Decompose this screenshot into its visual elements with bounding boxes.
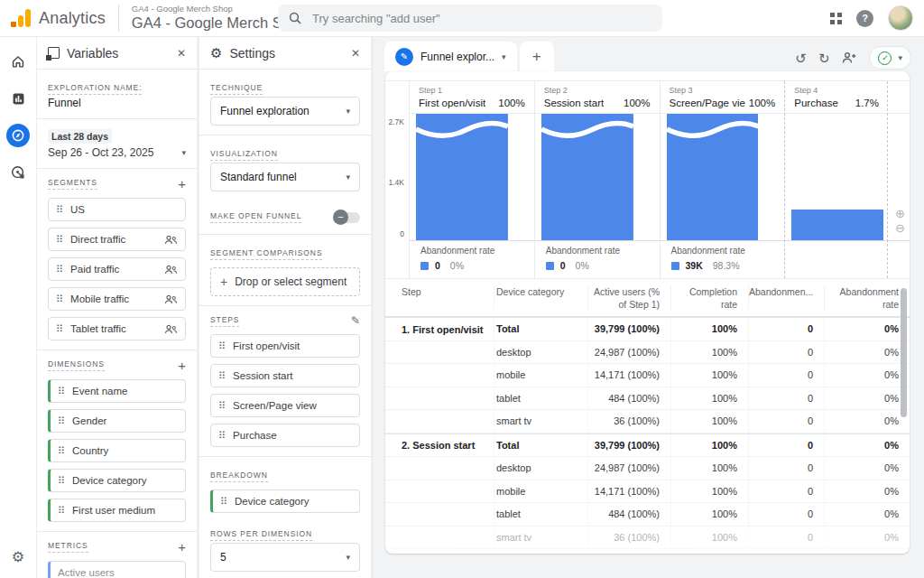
step-item-first-open-visit[interactable]: ⠿First open/visit xyxy=(210,334,360,358)
technique-select[interactable]: Funnel exploration ▾ xyxy=(210,97,360,126)
table-row[interactable]: desktop 24,987 (100%) 100% 0 0% xyxy=(385,457,910,480)
step-item-purchase[interactable]: ⠿Purchase xyxy=(210,424,360,447)
funnel-bar[interactable] xyxy=(667,114,759,240)
cell-abandonments: 0 xyxy=(748,527,824,549)
table-row[interactable]: mobile 14,171 (100%) 100% 0 0% xyxy=(385,480,910,504)
dimension-item-country[interactable]: ⠿Country xyxy=(48,439,186,462)
drag-handle-icon[interactable]: ⠿ xyxy=(58,416,65,426)
avatar[interactable] xyxy=(888,5,913,31)
col-header-active-users[interactable]: Active users (% of Step 1) xyxy=(587,285,670,311)
drag-handle-icon[interactable]: ⠿ xyxy=(56,235,63,245)
drag-handle-icon[interactable]: ⠿ xyxy=(218,401,226,411)
col-header-completion-rate[interactable]: Completion rate xyxy=(670,285,748,311)
saved-status-button[interactable]: ✓ ▾ xyxy=(869,46,911,70)
table-row[interactable]: 1. First open/visit Total 39,799 (100%) … xyxy=(385,317,910,341)
col-header-device-category[interactable]: Device category xyxy=(494,285,587,309)
explore-icon[interactable] xyxy=(6,124,30,147)
table-row[interactable]: tablet 484 (100%) 100% 0 0% xyxy=(385,387,910,411)
drag-handle-icon[interactable]: ⠿ xyxy=(218,371,226,381)
table-row[interactable]: tablet 484 (100%) 100% 0 0% xyxy=(385,503,910,527)
table-row[interactable]: mobile 14,171 (100%) 100% 0 0% xyxy=(385,364,910,387)
breakdown-item-device-category[interactable]: ⠿Device category xyxy=(210,489,360,513)
segment-item-us[interactable]: ⠿ US xyxy=(48,198,186,221)
rows-per-dimension-select[interactable]: 5 ▾ xyxy=(210,543,360,572)
tab-funnel-exploration[interactable]: ✎ Funnel explor... ▾ xyxy=(384,42,517,71)
funnel-bar[interactable] xyxy=(541,114,633,240)
variables-close-icon[interactable]: ✕ xyxy=(177,47,186,60)
settings-title: Settings xyxy=(229,46,350,61)
segment-drop-target[interactable]: + Drop or select segment xyxy=(210,267,360,296)
dimension-item-event-name[interactable]: ⠿Event name xyxy=(48,379,186,403)
col-header-abandonments[interactable]: Abandonmen... xyxy=(748,285,824,309)
table-row[interactable]: smart tv 36 (100%) 100% 0 0% xyxy=(385,527,910,550)
drag-handle-icon[interactable]: ⠿ xyxy=(220,497,227,507)
logo-bar-3 xyxy=(25,9,31,27)
help-icon[interactable]: ? xyxy=(856,10,873,27)
drag-handle-icon[interactable]: ⠿ xyxy=(218,431,226,441)
visualization-select[interactable]: Standard funnel ▾ xyxy=(210,163,360,191)
dimension-item-first-user-medium[interactable]: ⠿First user medium xyxy=(48,499,186,522)
drag-handle-icon[interactable]: ⠿ xyxy=(218,341,226,351)
step-item-session-start[interactable]: ⠿Session start xyxy=(210,364,360,387)
col-header-step[interactable]: Step xyxy=(385,285,494,298)
funnel-step-column-2: Step 2 Session start 100% xyxy=(534,81,660,278)
admin-gear-icon[interactable]: ⚙ xyxy=(12,548,24,565)
analytics-logo-icon[interactable] xyxy=(11,9,31,27)
funnel-bar[interactable] xyxy=(791,210,883,240)
dimension-item-device-category[interactable]: ⠿Device category xyxy=(48,469,186,492)
settings-close-icon[interactable]: ✕ xyxy=(351,47,360,60)
segment-item-paid-traffic[interactable]: ⠿ Paid traffic xyxy=(48,257,186,281)
people-icon xyxy=(164,324,178,334)
drag-handle-icon[interactable]: ⠿ xyxy=(58,387,65,396)
col-header-abandonment-rate[interactable]: Abandonment rate xyxy=(824,285,910,311)
reports-icon[interactable] xyxy=(6,87,30,110)
cell-abandonments: 0 xyxy=(748,480,824,503)
home-icon[interactable] xyxy=(6,50,30,73)
table-row[interactable]: desktop 24,987 (100%) 100% 0 0% xyxy=(385,341,910,365)
drag-handle-icon[interactable]: ⠿ xyxy=(56,294,63,304)
share-person-add-icon[interactable] xyxy=(841,51,857,64)
add-tab-button[interactable]: + xyxy=(520,42,554,71)
chevron-down-icon: ▾ xyxy=(502,52,506,61)
ga4-analytics-app: Analytics GA4 - Google Merch Shop GA4 - … xyxy=(0,0,924,578)
y-tick: 0 xyxy=(400,229,404,238)
segment-item-mobile-traffic[interactable]: ⠿ Mobile traffic xyxy=(48,287,186,311)
metric-item-active-users[interactable]: Active users xyxy=(48,561,186,578)
add-metric-icon[interactable]: + xyxy=(178,540,186,554)
drag-handle-icon[interactable]: ⠿ xyxy=(58,476,65,486)
step-item-screen-page-view[interactable]: ⠿Screen/Page view xyxy=(210,394,360,417)
date-range-picker[interactable]: Last 28 days Sep 26 - Oct 23, 2025 ▾ xyxy=(37,119,197,169)
logo-bar-1 xyxy=(11,22,16,27)
add-dimension-icon[interactable]: + xyxy=(178,359,186,372)
add-segment-icon[interactable]: + xyxy=(178,177,186,191)
drag-handle-icon[interactable]: ⠿ xyxy=(56,205,63,215)
advertising-icon[interactable] xyxy=(6,161,30,184)
drag-handle-icon[interactable]: ⠿ xyxy=(58,506,65,516)
breakdown-label: BREAKDOWN xyxy=(210,471,268,482)
global-search[interactable] xyxy=(278,5,662,32)
segment-label: Direct traffic xyxy=(70,234,125,245)
cell-device: smart tv xyxy=(494,527,587,549)
edit-steps-icon[interactable]: ✎ xyxy=(351,314,360,327)
search-input[interactable] xyxy=(310,11,651,26)
exploration-name-value[interactable]: Funnel xyxy=(48,97,186,109)
segment-label: Paid traffic xyxy=(70,264,119,275)
dimension-item-gender[interactable]: ⠿Gender xyxy=(48,409,186,433)
make-open-funnel-toggle[interactable]: − xyxy=(335,212,360,223)
drag-handle-icon[interactable]: ⠿ xyxy=(56,324,63,334)
table-row[interactable]: 2. Session start Total 39,799 (100%) 100… xyxy=(385,434,910,458)
header-right: ? xyxy=(830,0,913,36)
table-row[interactable]: smart tv 36 (100%) 100% 0 0% xyxy=(385,410,910,434)
apps-grid-icon[interactable] xyxy=(830,13,842,24)
redo-icon[interactable]: ↻ xyxy=(818,51,830,65)
cell-completion: 100% xyxy=(670,318,748,340)
segment-item-direct-traffic[interactable]: ⠿ Direct traffic xyxy=(48,228,186,251)
drag-handle-icon[interactable]: ⠿ xyxy=(56,265,63,275)
drag-handle-icon[interactable]: ⠿ xyxy=(58,446,65,456)
funnel-bar[interactable] xyxy=(416,114,508,240)
zoom-out-icon[interactable]: ⊖ xyxy=(895,222,905,235)
table-scrollbar[interactable] xyxy=(901,288,907,417)
segment-item-tablet-traffic[interactable]: ⠿ Tablet traffic xyxy=(48,317,186,340)
zoom-in-icon[interactable]: ⊕ xyxy=(895,208,905,220)
undo-icon[interactable]: ↺ xyxy=(795,51,807,65)
